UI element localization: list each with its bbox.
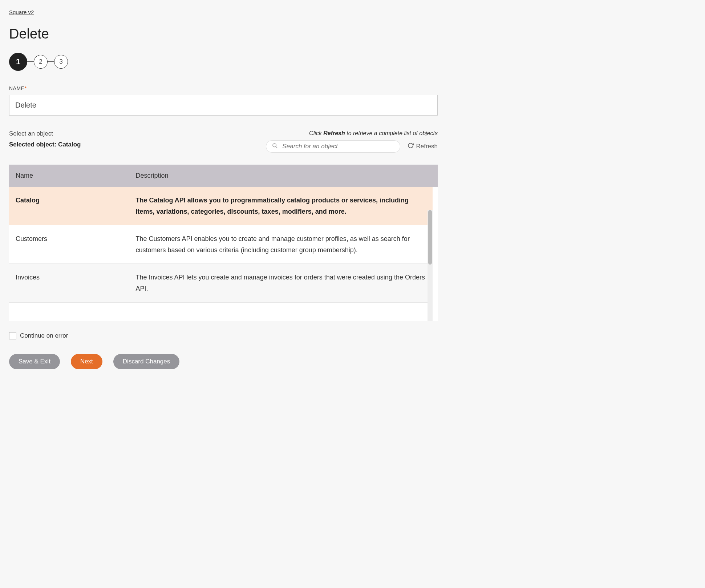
table-row[interactable]: CustomersThe Customers API enables you t…	[9, 225, 433, 264]
continue-on-error-label: Continue on error	[20, 332, 68, 339]
svg-line-1	[276, 146, 277, 148]
refresh-button[interactable]: Refresh	[408, 142, 438, 150]
page-title: Delete	[9, 26, 438, 42]
search-input[interactable]	[282, 143, 394, 150]
search-box[interactable]	[266, 140, 400, 153]
required-marker: *	[24, 85, 27, 91]
table-row[interactable]: CatalogThe Catalog API allows you to pro…	[9, 187, 433, 225]
name-input[interactable]	[9, 95, 438, 116]
search-icon	[272, 143, 278, 150]
continue-on-error-checkbox[interactable]	[9, 332, 16, 339]
table-header-row: Name Description	[9, 165, 438, 187]
svg-point-0	[273, 144, 276, 147]
table-row[interactable]: InvoicesThe Invoices API lets you create…	[9, 264, 433, 302]
cell-name: Invoices	[9, 264, 129, 302]
stepper: 1 2 3	[9, 53, 438, 71]
selected-object: Selected object: Catalog	[9, 141, 266, 148]
discard-button[interactable]: Discard Changes	[113, 354, 179, 369]
refresh-label: Refresh	[416, 143, 438, 150]
cell-description: The Customers API enables you to create …	[129, 225, 433, 264]
step-2[interactable]: 2	[34, 55, 48, 69]
refresh-icon	[408, 142, 414, 150]
save-exit-button[interactable]: Save & Exit	[9, 354, 60, 369]
cell-name: Catalog	[9, 187, 129, 225]
next-button[interactable]: Next	[71, 354, 102, 369]
step-1[interactable]: 1	[9, 53, 27, 71]
button-row: Save & Exit Next Discard Changes	[9, 354, 438, 369]
object-table: Name Description	[9, 165, 438, 187]
step-connector	[27, 61, 34, 62]
table-viewport: CatalogThe Catalog API allows you to pro…	[9, 187, 438, 321]
table-scrollbar[interactable]	[428, 210, 433, 321]
table-header-name: Name	[9, 165, 129, 187]
select-object-label: Select an object	[9, 130, 266, 137]
scrollbar-thumb[interactable]	[428, 210, 432, 265]
step-connector	[48, 61, 54, 62]
cell-description: The Catalog API allows you to programmat…	[129, 187, 433, 225]
table-header-description: Description	[129, 165, 438, 187]
object-table-wrap: Name Description CatalogThe Catalog API …	[9, 165, 438, 321]
breadcrumb-link[interactable]: Square v2	[9, 9, 34, 15]
name-field-label: NAME*	[9, 85, 438, 91]
object-header: Select an object Selected object: Catalo…	[9, 130, 438, 153]
continue-on-error-row: Continue on error	[9, 332, 438, 339]
page-container: Square v2 Delete 1 2 3 NAME* Select an o…	[9, 9, 438, 369]
cell-description: The Invoices API lets you create and man…	[129, 264, 433, 302]
step-3[interactable]: 3	[54, 55, 68, 69]
cell-name: Customers	[9, 225, 129, 264]
refresh-hint: Click Refresh to retrieve a complete lis…	[266, 130, 438, 137]
